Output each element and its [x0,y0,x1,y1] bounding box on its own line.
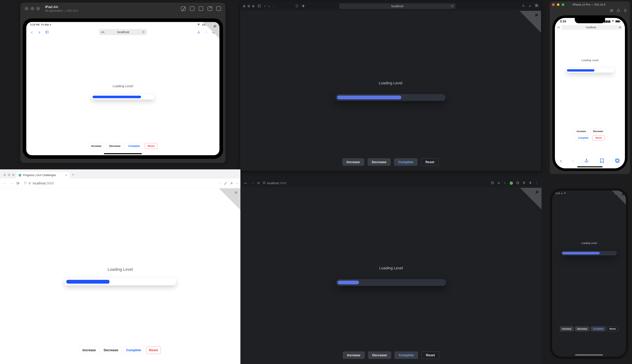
complete-button[interactable]: Complete [575,135,591,140]
address-bar[interactable]: AA localhost ⟳ [99,29,146,35]
complete-button[interactable]: Complete [394,351,418,359]
install-icon[interactable] [491,181,494,185]
reset-button[interactable]: Reset [607,326,618,332]
lock-icon[interactable] [28,181,31,185]
reload-icon[interactable]: ⟳ [257,181,260,185]
menu-icon[interactable]: ≡ [236,182,238,184]
reset-button[interactable]: Reset [145,143,157,149]
tabs-icon[interactable] [615,158,620,164]
reload-icon[interactable]: ⟳ [619,26,621,29]
address-bar[interactable]: localhost ⟳ [339,4,456,9]
screenshot-icon[interactable] [610,9,613,12]
decrease-button[interactable]: Decrease [590,129,606,134]
sidebar-icon[interactable] [45,30,49,34]
increase-button[interactable]: Increase [80,346,99,354]
increase-button[interactable]: Increase [342,158,364,166]
window-traffic-lights[interactable] [25,7,40,10]
reset-button[interactable]: Reset [146,346,161,354]
complete-button[interactable]: Complete [123,346,144,354]
chevron-down-icon[interactable]: ▾ [264,5,266,8]
complete-button[interactable]: Complete [591,326,606,332]
forward-button[interactable]: → [250,181,254,186]
text-size-icon[interactable]: AA [557,26,560,28]
new-tab-button[interactable]: + [70,173,76,178]
share-icon[interactable] [196,30,201,34]
menu-icon[interactable]: ⋮ [535,181,538,185]
increase-button[interactable]: Increase [343,351,365,359]
increase-button[interactable]: Increase [88,143,104,149]
window-traffic-lights[interactable] [2,174,16,178]
complete-button[interactable]: Complete [394,158,418,166]
reset-button[interactable]: Reset [592,135,604,140]
zoom-icon[interactable] [562,4,564,6]
minimize-icon[interactable] [248,5,250,8]
new-tab-icon[interactable]: + [529,4,531,8]
close-icon[interactable] [25,7,28,10]
wand-icon[interactable] [181,6,186,11]
mic-icon[interactable] [529,181,532,185]
share-icon[interactable] [497,181,500,185]
address-bar[interactable]: localhost ⟳ [562,25,623,30]
zoom-icon[interactable] [36,7,40,10]
forward-button[interactable] [37,30,42,34]
share-icon[interactable] [522,4,525,8]
home-icon[interactable] [208,6,212,11]
back-button[interactable]: ‹ [268,4,270,8]
home-indicator[interactable] [104,153,142,154]
decrease-button[interactable]: Decrease [368,351,391,359]
decrease-button[interactable]: Decrease [101,346,121,354]
home-indicator[interactable] [577,166,602,167]
star-icon[interactable]: ☆ [219,182,220,184]
minimize-icon[interactable] [557,4,560,6]
minimize-icon[interactable] [8,174,10,176]
tab[interactable]: Progress | GUI Challenges × [16,172,70,178]
complete-button[interactable]: Complete [126,143,143,149]
forward-button[interactable]: → [10,181,14,186]
back-button[interactable]: ← [244,181,248,186]
reload-icon[interactable]: ⟳ [142,30,145,34]
minimize-icon[interactable] [30,7,34,10]
theme-icon[interactable] [302,4,304,8]
close-tab-icon[interactable]: × [65,173,67,177]
share-icon[interactable] [584,158,589,164]
back-button[interactable]: ← [3,181,7,186]
address-bar[interactable]: localhost:3000 [263,181,286,185]
info-icon[interactable] [263,181,266,185]
zoom-icon[interactable] [252,5,254,8]
sidebar-toggle-icon[interactable] [258,4,261,8]
close-icon[interactable] [552,4,555,6]
star-icon[interactable]: ☆ [504,181,506,185]
forward-button[interactable]: › [572,158,574,164]
reset-button[interactable]: Reset [421,351,439,359]
increase-button[interactable]: Increase [574,129,589,134]
window-traffic-lights[interactable] [243,5,254,8]
close-icon[interactable] [243,5,246,8]
zoom-icon[interactable] [12,174,15,176]
shield-icon[interactable] [24,181,27,185]
window-traffic-lights[interactable] [552,4,564,6]
reset-button[interactable]: Reset [421,158,439,166]
increase-button[interactable]: Increase [560,326,574,332]
home-icon[interactable] [617,9,620,12]
tabs-icon[interactable] [535,4,538,8]
decrease-button[interactable]: Decrease [575,326,590,332]
reload-icon[interactable]: ⟳ [16,181,20,186]
wrench-icon[interactable] [230,182,233,185]
text-size-icon[interactable]: AA [101,31,104,34]
trash-icon[interactable] [216,6,221,11]
trash-icon[interactable] [624,9,627,12]
forward-button[interactable]: › [273,4,274,8]
decrease-button[interactable]: Decrease [368,158,391,166]
extensions-icon[interactable] [516,181,519,185]
tune-icon[interactable] [522,181,526,185]
back-button[interactable] [30,30,34,34]
address-bar[interactable]: localhost:3000 [22,180,216,186]
back-button[interactable]: ‹ [560,158,562,164]
close-icon[interactable] [4,174,6,176]
eyedropper-icon[interactable] [224,182,227,185]
shield-icon[interactable] [296,4,298,8]
reload-icon[interactable]: ⟳ [451,4,454,8]
screenshot-icon[interactable] [199,6,203,11]
ext1-icon[interactable] [510,182,513,185]
capture-icon[interactable] [190,6,194,11]
